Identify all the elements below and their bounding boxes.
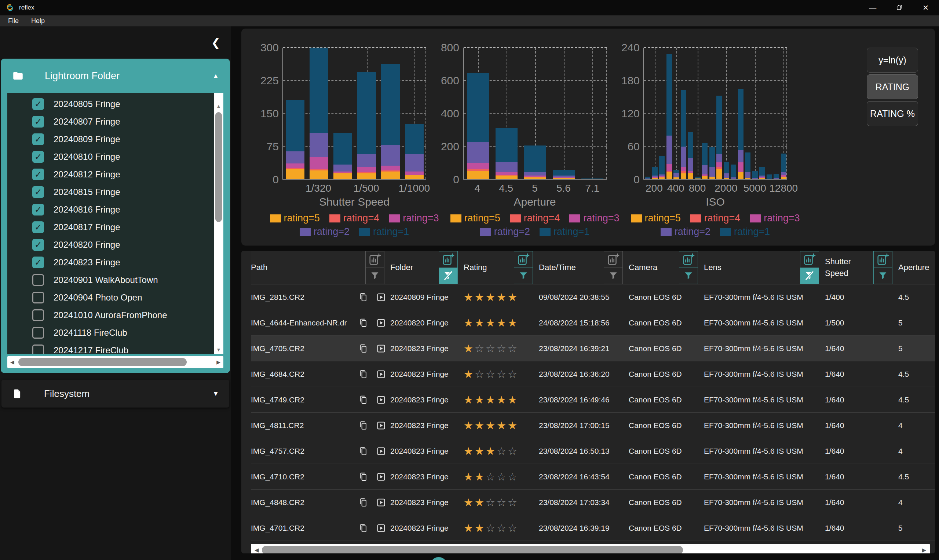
filter-active-button[interactable] — [439, 268, 457, 284]
page-button-4[interactable]: 4 — [523, 557, 540, 560]
open-icon[interactable] — [374, 495, 388, 509]
copy-icon[interactable] — [356, 521, 370, 535]
toolbar-button-y-ln-y-[interactable]: y=ln(y) — [867, 48, 918, 72]
table-row[interactable]: IMG_4848.CR220240823 Fringe★★☆☆☆23/08/20… — [251, 490, 935, 515]
stacked-bar[interactable] — [724, 48, 729, 179]
checkbox-checked-icon[interactable]: ✓ — [32, 222, 44, 233]
menu-item-help[interactable]: Help — [31, 17, 45, 25]
stacked-bar[interactable] — [738, 48, 743, 179]
rating-stars[interactable]: ★☆☆☆☆ — [464, 368, 539, 380]
folder-list-item[interactable]: ✓20240805 Fringe — [7, 95, 214, 113]
stacked-bar[interactable] — [716, 48, 722, 179]
checkbox-checked-icon[interactable]: ✓ — [32, 151, 44, 163]
sidebar-collapse-icon[interactable]: ❮ — [211, 36, 220, 49]
stacked-bar[interactable] — [674, 48, 679, 179]
rating-stars[interactable]: ★★☆☆☆ — [464, 496, 539, 509]
stacked-bar[interactable] — [766, 48, 772, 179]
table-row[interactable]: IMG_4684.CR220240823 Fringe★☆☆☆☆23/08/20… — [251, 362, 935, 387]
page-button-122[interactable]: 122 — [729, 557, 746, 560]
page-button-8[interactable]: 8 — [646, 557, 663, 560]
copy-icon[interactable] — [356, 444, 370, 458]
page-button-1[interactable]: 1 — [430, 557, 447, 560]
stacked-bar[interactable] — [774, 48, 779, 179]
add-chart-button[interactable] — [604, 251, 623, 268]
scroll-right-icon[interactable]: ▶ — [216, 356, 220, 368]
folder-list-horizontal-scrollbar[interactable]: ◀ ▶ — [7, 356, 224, 368]
stacked-bar[interactable] — [495, 48, 518, 179]
table-row[interactable]: IMG_2815.CR220240809 Fringe★★★★★09/08/20… — [251, 285, 935, 310]
folder-list-item[interactable]: ✓20240812 Fringe — [7, 166, 214, 183]
table-row[interactable]: IMG_4710.CR220240823 Fringe★★☆☆☆23/08/20… — [251, 464, 935, 490]
stacked-bar[interactable] — [781, 48, 786, 179]
open-icon[interactable] — [374, 342, 388, 355]
folder-list-vertical-scrollbar[interactable]: ▲ ▼ — [214, 93, 224, 354]
stacked-bar[interactable] — [333, 48, 352, 179]
rating-stars[interactable]: ★☆☆☆☆ — [464, 342, 539, 355]
page-button-6[interactable]: 6 — [584, 557, 601, 560]
scroll-up-icon[interactable]: ▲ — [214, 103, 224, 109]
scrollbar-thumb[interactable] — [215, 112, 222, 222]
legend-item[interactable]: rating=4 — [510, 212, 560, 224]
scrollbar-thumb[interactable] — [262, 546, 683, 554]
filter-button[interactable] — [604, 268, 623, 284]
filesystem-header[interactable]: Filesystem ▼ — [2, 380, 229, 408]
stacked-bar[interactable] — [659, 48, 665, 179]
restore-button[interactable] — [896, 4, 903, 12]
stacked-bar[interactable] — [681, 48, 686, 179]
open-icon[interactable] — [374, 290, 388, 304]
rating-stars[interactable]: ★★★★★ — [464, 317, 539, 329]
minimize-button[interactable]: — — [869, 4, 876, 11]
toolbar-button-rating-[interactable]: RATING % — [867, 101, 918, 126]
table-row[interactable]: IMG_4811.CR220240823 Fringe★★★★★23/08/20… — [251, 413, 935, 438]
menu-item-file[interactable]: File — [8, 17, 19, 25]
checkbox-unchecked-icon[interactable] — [32, 327, 44, 338]
scroll-right-icon[interactable]: ▶ — [922, 544, 926, 554]
page-button-9[interactable]: 9 — [677, 557, 694, 560]
legend-item[interactable]: rating=5 — [631, 212, 681, 224]
folder-list-item[interactable]: 20241010 AuroraFromPhone — [7, 306, 214, 324]
stacked-bar[interactable] — [695, 48, 701, 179]
checkbox-checked-icon[interactable]: ✓ — [32, 116, 44, 128]
legend-item[interactable]: rating=3 — [389, 212, 439, 224]
add-chart-button[interactable] — [439, 251, 457, 268]
stacked-bar[interactable] — [381, 48, 400, 179]
last-page-button[interactable] — [791, 557, 808, 560]
folder-list-item[interactable]: ✓20240823 Fringe — [7, 254, 214, 271]
table-row[interactable]: IMG_4644-Enhanced-NR.dr20240820 Fringe★★… — [251, 310, 935, 336]
open-icon[interactable] — [374, 393, 388, 407]
rating-stars[interactable]: ★★★☆☆ — [464, 445, 539, 457]
copy-icon[interactable] — [356, 495, 370, 509]
stacked-bar[interactable] — [652, 48, 658, 179]
folder-list-item[interactable]: ✓20240815 Fringe — [7, 183, 214, 201]
open-icon[interactable] — [374, 521, 388, 535]
legend-item[interactable]: rating=2 — [480, 226, 530, 237]
copy-icon[interactable] — [356, 393, 370, 407]
checkbox-unchecked-icon[interactable] — [32, 345, 44, 354]
previous-page-button[interactable] — [399, 557, 416, 560]
checkbox-checked-icon[interactable]: ✓ — [32, 239, 44, 251]
scroll-left-icon[interactable]: ◀ — [254, 544, 259, 554]
filter-button[interactable] — [874, 268, 892, 284]
table-row[interactable]: IMG_4749.CR220240823 Fringe★★★★★23/08/20… — [251, 387, 935, 413]
chevron-down-icon[interactable]: ▼ — [212, 390, 219, 398]
copy-icon[interactable] — [356, 470, 370, 484]
folder-list-item[interactable]: ✓20240820 Fringe — [7, 236, 214, 254]
folder-list-item[interactable]: ✓20240817 Fringe — [7, 218, 214, 236]
stacked-bar[interactable] — [310, 48, 328, 179]
legend-item[interactable]: rating=2 — [300, 226, 350, 237]
legend-item[interactable]: rating=1 — [720, 226, 770, 237]
copy-icon[interactable] — [356, 367, 370, 381]
stacked-bar[interactable] — [405, 48, 424, 179]
lightroom-folder-header[interactable]: Lightroom Folder ▲ — [1, 58, 230, 93]
checkbox-unchecked-icon[interactable] — [32, 274, 44, 286]
open-icon[interactable] — [374, 418, 388, 432]
checkbox-unchecked-icon[interactable] — [32, 292, 44, 303]
legend-item[interactable]: rating=4 — [690, 212, 740, 224]
table-horizontal-scrollbar[interactable]: ◀ ▶ — [251, 544, 930, 554]
folder-list-item[interactable]: ✓20240807 Fringe — [7, 113, 214, 131]
rating-stars[interactable]: ★★★★★ — [464, 419, 539, 432]
legend-item[interactable]: rating=2 — [661, 226, 711, 237]
stacked-bar[interactable] — [666, 48, 672, 179]
add-chart-button[interactable] — [874, 251, 892, 268]
folder-list-item[interactable]: 20240901 WalkAboutTown — [7, 271, 214, 289]
